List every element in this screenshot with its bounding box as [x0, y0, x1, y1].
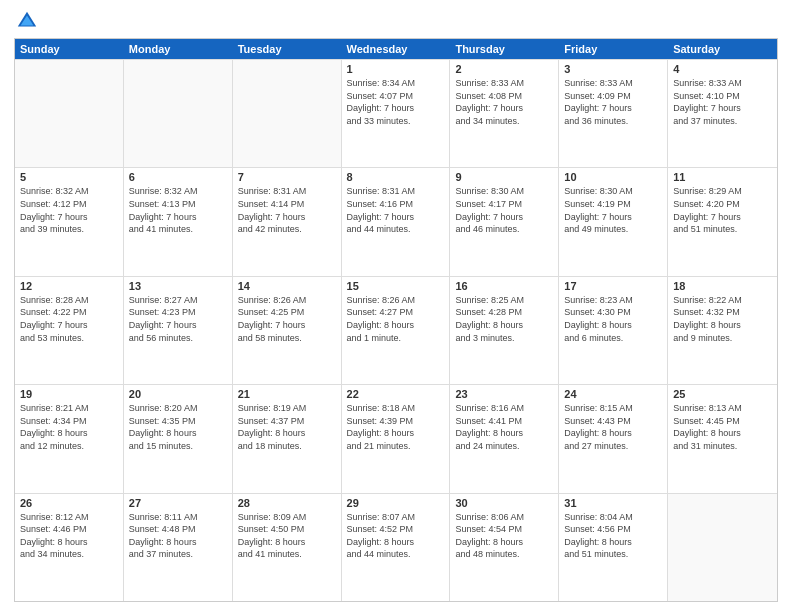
day-number: 31: [564, 497, 662, 509]
day-number: 16: [455, 280, 553, 292]
day-info: Sunrise: 8:27 AM Sunset: 4:23 PM Dayligh…: [129, 294, 227, 344]
day-info: Sunrise: 8:34 AM Sunset: 4:07 PM Dayligh…: [347, 77, 445, 127]
day-info: Sunrise: 8:13 AM Sunset: 4:45 PM Dayligh…: [673, 402, 772, 452]
calendar-row-2: 5Sunrise: 8:32 AM Sunset: 4:12 PM Daylig…: [15, 167, 777, 275]
calendar-cell: 16Sunrise: 8:25 AM Sunset: 4:28 PM Dayli…: [450, 277, 559, 384]
calendar-cell: 26Sunrise: 8:12 AM Sunset: 4:46 PM Dayli…: [15, 494, 124, 601]
calendar-header: SundayMondayTuesdayWednesdayThursdayFrid…: [15, 39, 777, 59]
header-day-monday: Monday: [124, 39, 233, 59]
calendar-cell: 30Sunrise: 8:06 AM Sunset: 4:54 PM Dayli…: [450, 494, 559, 601]
calendar-cell: 31Sunrise: 8:04 AM Sunset: 4:56 PM Dayli…: [559, 494, 668, 601]
day-info: Sunrise: 8:16 AM Sunset: 4:41 PM Dayligh…: [455, 402, 553, 452]
day-number: 19: [20, 388, 118, 400]
day-info: Sunrise: 8:32 AM Sunset: 4:12 PM Dayligh…: [20, 185, 118, 235]
header-day-thursday: Thursday: [450, 39, 559, 59]
day-number: 14: [238, 280, 336, 292]
day-info: Sunrise: 8:07 AM Sunset: 4:52 PM Dayligh…: [347, 511, 445, 561]
calendar-cell: 28Sunrise: 8:09 AM Sunset: 4:50 PM Dayli…: [233, 494, 342, 601]
day-number: 9: [455, 171, 553, 183]
page: SundayMondayTuesdayWednesdayThursdayFrid…: [0, 0, 792, 612]
day-info: Sunrise: 8:22 AM Sunset: 4:32 PM Dayligh…: [673, 294, 772, 344]
day-number: 27: [129, 497, 227, 509]
day-info: Sunrise: 8:31 AM Sunset: 4:14 PM Dayligh…: [238, 185, 336, 235]
calendar-cell: 15Sunrise: 8:26 AM Sunset: 4:27 PM Dayli…: [342, 277, 451, 384]
calendar-cell: [15, 60, 124, 167]
calendar-cell: 3Sunrise: 8:33 AM Sunset: 4:09 PM Daylig…: [559, 60, 668, 167]
header-day-tuesday: Tuesday: [233, 39, 342, 59]
day-number: 12: [20, 280, 118, 292]
calendar-row-5: 26Sunrise: 8:12 AM Sunset: 4:46 PM Dayli…: [15, 493, 777, 601]
calendar-cell: 18Sunrise: 8:22 AM Sunset: 4:32 PM Dayli…: [668, 277, 777, 384]
day-info: Sunrise: 8:21 AM Sunset: 4:34 PM Dayligh…: [20, 402, 118, 452]
header: [14, 10, 778, 32]
day-info: Sunrise: 8:28 AM Sunset: 4:22 PM Dayligh…: [20, 294, 118, 344]
calendar-cell: 9Sunrise: 8:30 AM Sunset: 4:17 PM Daylig…: [450, 168, 559, 275]
calendar-cell: 20Sunrise: 8:20 AM Sunset: 4:35 PM Dayli…: [124, 385, 233, 492]
day-number: 22: [347, 388, 445, 400]
day-info: Sunrise: 8:25 AM Sunset: 4:28 PM Dayligh…: [455, 294, 553, 344]
day-number: 15: [347, 280, 445, 292]
day-info: Sunrise: 8:15 AM Sunset: 4:43 PM Dayligh…: [564, 402, 662, 452]
day-number: 26: [20, 497, 118, 509]
day-info: Sunrise: 8:11 AM Sunset: 4:48 PM Dayligh…: [129, 511, 227, 561]
calendar-row-3: 12Sunrise: 8:28 AM Sunset: 4:22 PM Dayli…: [15, 276, 777, 384]
calendar-cell: 12Sunrise: 8:28 AM Sunset: 4:22 PM Dayli…: [15, 277, 124, 384]
calendar-cell: 6Sunrise: 8:32 AM Sunset: 4:13 PM Daylig…: [124, 168, 233, 275]
day-info: Sunrise: 8:20 AM Sunset: 4:35 PM Dayligh…: [129, 402, 227, 452]
calendar-cell: 5Sunrise: 8:32 AM Sunset: 4:12 PM Daylig…: [15, 168, 124, 275]
day-info: Sunrise: 8:26 AM Sunset: 4:25 PM Dayligh…: [238, 294, 336, 344]
day-info: Sunrise: 8:06 AM Sunset: 4:54 PM Dayligh…: [455, 511, 553, 561]
calendar-cell: 2Sunrise: 8:33 AM Sunset: 4:08 PM Daylig…: [450, 60, 559, 167]
calendar-cell: 4Sunrise: 8:33 AM Sunset: 4:10 PM Daylig…: [668, 60, 777, 167]
calendar-body: 1Sunrise: 8:34 AM Sunset: 4:07 PM Daylig…: [15, 59, 777, 601]
calendar-cell: 11Sunrise: 8:29 AM Sunset: 4:20 PM Dayli…: [668, 168, 777, 275]
calendar-cell: [233, 60, 342, 167]
header-day-wednesday: Wednesday: [342, 39, 451, 59]
calendar-cell: [668, 494, 777, 601]
day-number: 20: [129, 388, 227, 400]
day-number: 1: [347, 63, 445, 75]
day-number: 5: [20, 171, 118, 183]
calendar-cell: 29Sunrise: 8:07 AM Sunset: 4:52 PM Dayli…: [342, 494, 451, 601]
day-info: Sunrise: 8:30 AM Sunset: 4:19 PM Dayligh…: [564, 185, 662, 235]
calendar-cell: 27Sunrise: 8:11 AM Sunset: 4:48 PM Dayli…: [124, 494, 233, 601]
day-number: 24: [564, 388, 662, 400]
calendar-cell: 17Sunrise: 8:23 AM Sunset: 4:30 PM Dayli…: [559, 277, 668, 384]
day-info: Sunrise: 8:33 AM Sunset: 4:08 PM Dayligh…: [455, 77, 553, 127]
calendar-cell: 13Sunrise: 8:27 AM Sunset: 4:23 PM Dayli…: [124, 277, 233, 384]
calendar-cell: 8Sunrise: 8:31 AM Sunset: 4:16 PM Daylig…: [342, 168, 451, 275]
calendar-row-1: 1Sunrise: 8:34 AM Sunset: 4:07 PM Daylig…: [15, 59, 777, 167]
calendar-cell: 14Sunrise: 8:26 AM Sunset: 4:25 PM Dayli…: [233, 277, 342, 384]
header-day-saturday: Saturday: [668, 39, 777, 59]
day-info: Sunrise: 8:29 AM Sunset: 4:20 PM Dayligh…: [673, 185, 772, 235]
calendar-cell: 24Sunrise: 8:15 AM Sunset: 4:43 PM Dayli…: [559, 385, 668, 492]
calendar-cell: 22Sunrise: 8:18 AM Sunset: 4:39 PM Dayli…: [342, 385, 451, 492]
calendar-cell: 25Sunrise: 8:13 AM Sunset: 4:45 PM Dayli…: [668, 385, 777, 492]
day-info: Sunrise: 8:23 AM Sunset: 4:30 PM Dayligh…: [564, 294, 662, 344]
calendar-cell: [124, 60, 233, 167]
day-info: Sunrise: 8:33 AM Sunset: 4:10 PM Dayligh…: [673, 77, 772, 127]
day-number: 2: [455, 63, 553, 75]
day-number: 10: [564, 171, 662, 183]
day-info: Sunrise: 8:30 AM Sunset: 4:17 PM Dayligh…: [455, 185, 553, 235]
day-number: 21: [238, 388, 336, 400]
day-info: Sunrise: 8:19 AM Sunset: 4:37 PM Dayligh…: [238, 402, 336, 452]
day-info: Sunrise: 8:32 AM Sunset: 4:13 PM Dayligh…: [129, 185, 227, 235]
header-day-friday: Friday: [559, 39, 668, 59]
day-number: 17: [564, 280, 662, 292]
calendar: SundayMondayTuesdayWednesdayThursdayFrid…: [14, 38, 778, 602]
day-number: 8: [347, 171, 445, 183]
day-number: 11: [673, 171, 772, 183]
day-number: 18: [673, 280, 772, 292]
calendar-cell: 19Sunrise: 8:21 AM Sunset: 4:34 PM Dayli…: [15, 385, 124, 492]
logo: [14, 10, 38, 32]
day-number: 23: [455, 388, 553, 400]
day-number: 30: [455, 497, 553, 509]
day-number: 25: [673, 388, 772, 400]
day-info: Sunrise: 8:09 AM Sunset: 4:50 PM Dayligh…: [238, 511, 336, 561]
calendar-cell: 1Sunrise: 8:34 AM Sunset: 4:07 PM Daylig…: [342, 60, 451, 167]
calendar-cell: 10Sunrise: 8:30 AM Sunset: 4:19 PM Dayli…: [559, 168, 668, 275]
day-number: 29: [347, 497, 445, 509]
day-info: Sunrise: 8:33 AM Sunset: 4:09 PM Dayligh…: [564, 77, 662, 127]
day-number: 28: [238, 497, 336, 509]
